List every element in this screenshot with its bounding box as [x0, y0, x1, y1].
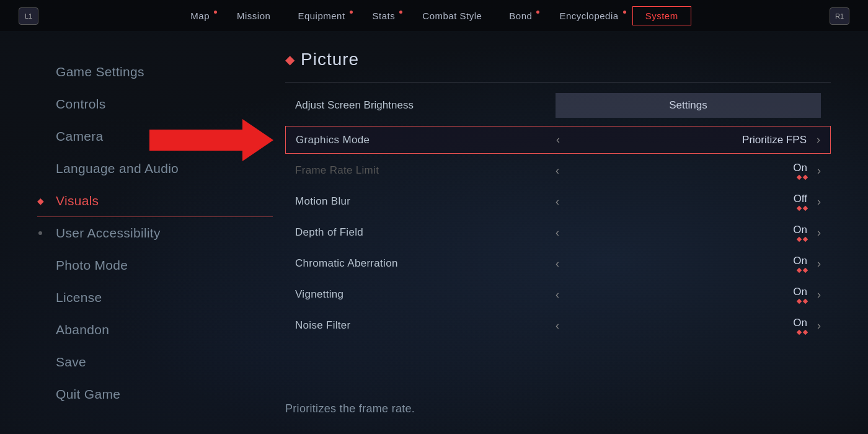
row-right-arrow[interactable]: › — [817, 195, 821, 208]
r1-button[interactable]: R1 — [830, 7, 849, 25]
row-right-arrow[interactable]: › — [817, 133, 820, 146]
sidebar-item-save[interactable]: Save — [50, 346, 273, 378]
row-right-arrow[interactable]: › — [817, 226, 821, 239]
section-divider — [285, 82, 831, 82]
settings-row-graphics-mode: Graphics Mode ‹ Prioritize FPS › — [285, 126, 831, 154]
row-left-arrow[interactable]: ‹ — [556, 257, 559, 270]
settings-row-motion-blur: Motion Blur ‹ Off › — [285, 186, 831, 217]
row-value: On — [733, 224, 807, 236]
row-label: Depth of Field — [295, 226, 556, 239]
sidebar-item-license[interactable]: License — [50, 281, 273, 314]
section-header: ◆ Picture — [285, 50, 831, 69]
sidebar-item-abandon[interactable]: Abandon — [50, 314, 273, 346]
main-content: ◆ Picture Adjust Screen Brightness Setti… — [273, 31, 868, 434]
settings-row-brightness: Adjust Screen Brightness Settings — [285, 86, 831, 125]
row-value: Off — [733, 193, 807, 205]
bottom-hint: Prioritizes the frame rate. — [273, 402, 868, 415]
row-label: Chromatic Aberration — [295, 257, 556, 270]
row-right-arrow[interactable]: › — [817, 288, 821, 301]
row-value: Prioritize FPS — [732, 134, 807, 146]
row-label: Graphics Mode — [296, 134, 556, 146]
row-left-arrow[interactable]: ‹ — [556, 319, 559, 332]
row-value: On — [733, 286, 807, 298]
nav-item-bond[interactable]: Bond — [495, 6, 546, 26]
brightness-settings-button[interactable]: Settings — [556, 93, 821, 118]
nav-item-combat-style[interactable]: Combat Style — [409, 6, 495, 26]
section-title: Picture — [301, 50, 359, 69]
l1-button[interactable]: L1 — [19, 7, 38, 25]
sidebar-item-game-settings[interactable]: Game Settings — [50, 56, 273, 88]
sidebar: Game SettingsControlsCameraLanguage and … — [0, 31, 273, 434]
row-right-arrow[interactable]: › — [817, 257, 821, 270]
row-left-arrow[interactable]: ‹ — [556, 226, 559, 239]
row-label: Frame Rate Limit — [295, 164, 556, 177]
sidebar-item-quit-game[interactable]: Quit Game — [50, 378, 273, 410]
sidebar-item-photo-mode[interactable]: Photo Mode — [50, 249, 273, 281]
section-icon: ◆ — [285, 52, 294, 67]
row-left-arrow[interactable]: ‹ — [556, 288, 559, 301]
row-value: On — [733, 255, 807, 267]
row-left-arrow[interactable]: ‹ — [556, 195, 559, 208]
row-left-arrow: ‹ — [556, 164, 559, 177]
row-right-arrow: › — [817, 164, 821, 177]
settings-row-depth-of-field: Depth of Field ‹ On › — [285, 217, 831, 248]
settings-row-chromatic-aberration: Chromatic Aberration ‹ On › — [285, 248, 831, 279]
red-arrow — [149, 122, 273, 159]
nav-item-mission[interactable]: Mission — [223, 6, 284, 26]
nav-item-encyclopedia[interactable]: Encyclopedia — [546, 6, 632, 26]
nav-item-system[interactable]: System — [632, 6, 691, 25]
sidebar-item-controls[interactable]: Controls — [50, 88, 273, 120]
row-left-arrow[interactable]: ‹ — [556, 133, 560, 146]
row-value: On — [733, 317, 807, 329]
sidebar-item-visuals[interactable]: Visuals — [50, 185, 273, 217]
row-label: Noise Filter — [295, 319, 556, 332]
nav-item-map[interactable]: Map — [177, 6, 223, 26]
row-label: Motion Blur — [295, 195, 556, 208]
nav-item-equipment[interactable]: Equipment — [284, 6, 358, 26]
row-value: On — [733, 162, 807, 174]
settings-row-frame-rate-limit: Frame Rate Limit ‹ On › — [285, 155, 831, 186]
row-right-arrow[interactable]: › — [817, 319, 821, 332]
settings-row-vignetting: Vignetting ‹ On › — [285, 279, 831, 310]
sidebar-item-user-accessibility[interactable]: User Accessibility — [50, 217, 273, 249]
nav-item-stats[interactable]: Stats — [359, 6, 409, 26]
top-navigation: L1 MapMissionEquipmentStatsCombat StyleB… — [0, 0, 868, 31]
row-label: Vignetting — [295, 288, 556, 301]
brightness-label: Adjust Screen Brightness — [295, 99, 556, 112]
settings-row-noise-filter: Noise Filter ‹ On › — [285, 310, 831, 341]
